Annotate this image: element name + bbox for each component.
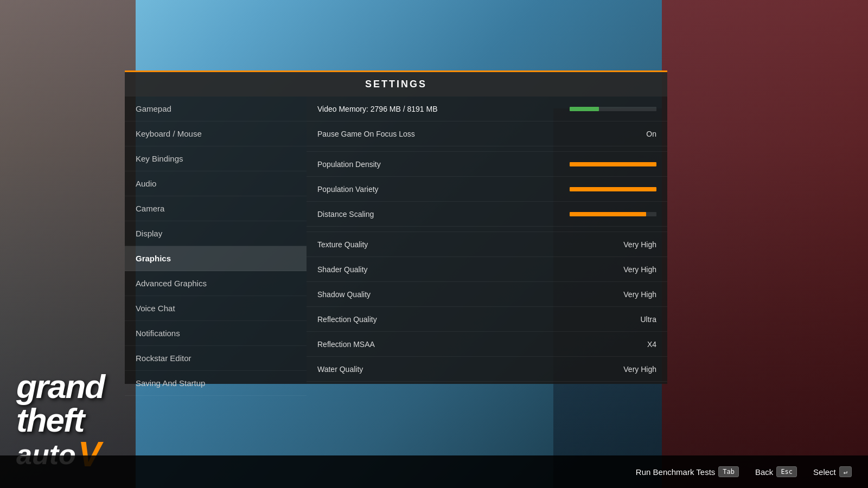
sidebar-item-saving-and-startup[interactable]: Saving And Startup (125, 371, 307, 396)
select-key: ↵ (839, 466, 852, 477)
shadow-quality-value: Very High (602, 290, 656, 299)
setting-row-texture-quality[interactable]: Texture Quality Very High (307, 232, 667, 257)
reflection-quality-value: Ultra (602, 315, 656, 324)
benchmark-key: Tab (718, 466, 739, 477)
setting-row-shadow-quality[interactable]: Shadow Quality Very High (307, 282, 667, 307)
reflection-msaa-value: X4 (602, 340, 656, 349)
select-label: Select (813, 467, 836, 477)
sidebar-item-display[interactable]: Display (125, 221, 307, 246)
texture-quality-label: Texture Quality (317, 240, 602, 249)
sidebar-item-camera[interactable]: Camera (125, 196, 307, 221)
back-key: Esc (776, 466, 797, 477)
distance-scaling-label: Distance Scaling (317, 210, 570, 219)
population-variety-bar-fill (570, 187, 656, 191)
video-memory-label: Video Memory: 2796 MB / 8191 MB (317, 105, 570, 113)
setting-row-population-variety[interactable]: Population Variety (307, 177, 667, 202)
gta-logo-line1: grand (16, 370, 104, 403)
pause-game-label: Pause Game On Focus Loss (317, 130, 602, 138)
setting-row-reflection-msaa[interactable]: Reflection MSAA X4 (307, 332, 667, 357)
setting-row-water-quality[interactable]: Water Quality Very High (307, 357, 667, 382)
sidebar-item-advanced-graphics[interactable]: Advanced Graphics (125, 271, 307, 296)
settings-content: Video Memory: 2796 MB / 8191 MB Pause Ga… (307, 97, 667, 384)
setting-row-shader-quality[interactable]: Shader Quality Very High (307, 257, 667, 282)
video-memory-bar-fill (570, 107, 599, 111)
setting-row-particles-quality[interactable]: Particles Quality Very High (307, 382, 667, 384)
select-button[interactable]: Select ↵ (813, 466, 852, 477)
sidebar-item-gamepad[interactable]: Gamepad (125, 97, 307, 121)
shader-quality-label: Shader Quality (317, 265, 602, 274)
population-density-label: Population Density (317, 160, 570, 169)
settings-body: Gamepad Keyboard / Mouse Key Bindings Au… (125, 97, 667, 384)
setting-row-population-density[interactable]: Population Density (307, 152, 667, 177)
reflection-msaa-label: Reflection MSAA (317, 340, 602, 349)
water-quality-value: Very High (602, 365, 656, 374)
sidebar-item-keyboard-mouse[interactable]: Keyboard / Mouse (125, 121, 307, 146)
settings-panel: SETTINGS Gamepad Keyboard / Mouse Key Bi… (125, 70, 667, 385)
population-density-bar (570, 162, 656, 166)
population-variety-label: Population Variety (317, 185, 570, 194)
texture-quality-value: Very High (602, 240, 656, 249)
back-button[interactable]: Back Esc (755, 466, 797, 477)
settings-title: SETTINGS (365, 79, 427, 89)
setting-row-gap1 (307, 146, 667, 152)
sidebar-item-audio[interactable]: Audio (125, 171, 307, 196)
bg-container-right (662, 0, 868, 488)
benchmark-button[interactable]: Run Benchmark Tests Tab (636, 466, 739, 477)
setting-row-reflection-quality[interactable]: Reflection Quality Ultra (307, 307, 667, 332)
gta-logo-line2: theft (16, 403, 104, 437)
reflection-quality-label: Reflection Quality (317, 315, 602, 324)
distance-scaling-bar (570, 212, 656, 216)
water-quality-label: Water Quality (317, 365, 602, 374)
bottom-bar: Run Benchmark Tests Tab Back Esc Select … (0, 455, 868, 488)
distance-scaling-bar-fill (570, 212, 646, 216)
setting-row-video-memory[interactable]: Video Memory: 2796 MB / 8191 MB (307, 97, 667, 121)
sidebar-item-voice-chat[interactable]: Voice Chat (125, 296, 307, 321)
sidebar-item-notifications[interactable]: Notifications (125, 321, 307, 346)
sidebar-item-graphics[interactable]: Graphics (125, 246, 307, 271)
settings-nav: Gamepad Keyboard / Mouse Key Bindings Au… (125, 97, 307, 384)
sidebar-item-key-bindings[interactable]: Key Bindings (125, 146, 307, 171)
shader-quality-value: Very High (602, 265, 656, 274)
population-density-bar-fill (570, 162, 656, 166)
back-label: Back (755, 467, 773, 477)
setting-row-distance-scaling[interactable]: Distance Scaling (307, 202, 667, 227)
sidebar-item-rockstar-editor[interactable]: Rockstar Editor (125, 346, 307, 371)
video-memory-bar (570, 107, 656, 111)
pause-game-value: On (602, 130, 656, 138)
population-variety-bar (570, 187, 656, 191)
shadow-quality-label: Shadow Quality (317, 290, 602, 299)
settings-title-bar: SETTINGS (125, 70, 667, 97)
setting-row-gap2 (307, 227, 667, 232)
benchmark-label: Run Benchmark Tests (636, 467, 715, 477)
setting-row-pause-game[interactable]: Pause Game On Focus Loss On (307, 121, 667, 146)
